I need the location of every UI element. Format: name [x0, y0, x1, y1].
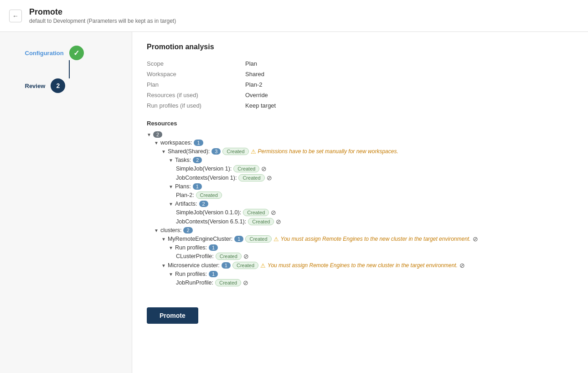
link-icon-myremote[interactable]: ⊘ — [473, 235, 478, 243]
body-layout: Configuration ✓ Review 2 Promotion anal — [0, 32, 588, 373]
link-icon-clusterprofile[interactable]: ⊘ — [243, 253, 249, 260]
label-microservice: Microservice cluster: — [168, 262, 220, 269]
info-grid: Scope Plan Workspace Shared Plan Plan-2 … — [147, 60, 573, 109]
tree-row-jobcontexts2: JobContexts(Version 6.5.1): Created ⊘ — [147, 217, 573, 226]
step-review-label: Review — [25, 83, 46, 89]
label-plans: Plans: — [175, 183, 191, 190]
tree-row-microservice: ▼ Microservice cluster: 1 Created ⚠ You … — [147, 261, 573, 270]
label-simplejob2: SimpleJob(Version 0.1.0): — [176, 209, 241, 216]
info-label-resources: Resources (if used) — [147, 92, 238, 98]
link-icon-simplejob2[interactable]: ⊘ — [271, 209, 276, 216]
info-value-scope: Plan — [245, 60, 573, 67]
label-simplejob1: SimpleJob(Version 1): — [176, 166, 232, 172]
badge-runprofiles1: 1 — [209, 244, 218, 251]
badge-shared: 3 — [211, 148, 221, 155]
warning-text-myremote: You must assign Remote Engines to the ne… — [281, 236, 471, 242]
main-content: Promotion analysis Scope Plan Workspace … — [132, 32, 588, 373]
resource-tree: ▼ 2 ▼ workspaces: 1 ▼ Shared(Shared): 3 — [147, 130, 573, 287]
warning-icon-microservice: ⚠ — [260, 262, 266, 269]
status-jobcontexts2: Created — [248, 218, 274, 225]
badge-root: 2 — [153, 131, 162, 138]
badge-tasks: 2 — [193, 157, 202, 163]
status-simplejob2: Created — [243, 209, 269, 216]
tree-row-jobcontexts1: JobContexts(Version 1): Created ⊘ — [147, 173, 573, 182]
info-label-plan: Plan — [147, 81, 238, 88]
warning-text-microservice: You must assign Remote Engines to the ne… — [268, 262, 458, 269]
link-icon-simplejob1[interactable]: ⊘ — [261, 165, 267, 172]
label-jobrunprofile: JobRunProfile: — [176, 280, 213, 286]
warning-text-shared: Permissions have to be set manually for … — [258, 148, 398, 155]
tree-row-plan2: Plan-2: Created — [147, 191, 573, 200]
step-review-icon: 2 — [51, 78, 65, 93]
back-button[interactable]: ← — [9, 10, 22, 22]
tree-row-artifacts: ▼ Artifacts: 2 — [147, 200, 573, 208]
checkmark-icon: ✓ — [73, 49, 79, 57]
status-shared: Created — [222, 148, 248, 155]
status-microservice: Created — [232, 262, 258, 269]
chevron-clusters[interactable]: ▼ — [154, 228, 159, 233]
tree-row-jobrunprofile: JobRunProfile: Created ⊘ — [147, 278, 573, 287]
back-icon: ← — [12, 12, 19, 20]
resources-section: Resources ▼ 2 ▼ workspaces: 1 — [147, 120, 573, 287]
tree-row-simplejob1: SimpleJob(Version 1): Created ⊘ — [147, 164, 573, 173]
chevron-microservice[interactable]: ▼ — [161, 263, 166, 268]
label-tasks: Tasks: — [175, 157, 191, 163]
tree-row-clusterprofile: CLusterProfile: Created ⊘ — [147, 252, 573, 261]
label-runprofiles2: Run profiles: — [175, 271, 207, 277]
badge-runprofiles2: 1 — [209, 271, 218, 277]
tree-row-tasks: ▼ Tasks: 2 — [147, 156, 573, 164]
warning-icon-shared: ⚠ — [251, 148, 256, 155]
badge-microservice: 1 — [222, 262, 231, 269]
status-jobrunprofile: Created — [215, 279, 241, 286]
label-plan2: Plan-2: — [176, 192, 194, 198]
chevron-runprofiles2[interactable]: ▼ — [169, 272, 173, 277]
link-icon-microservice[interactable]: ⊘ — [459, 262, 465, 269]
label-jobcontexts1: JobContexts(Version 1): — [176, 175, 237, 181]
badge-workspaces: 1 — [194, 140, 203, 146]
tree-row-plans: ▼ Plans: 1 — [147, 182, 573, 191]
chevron-root[interactable]: ▼ — [147, 132, 151, 137]
sidebar: Configuration ✓ Review 2 — [0, 32, 132, 373]
promote-button[interactable]: Promote — [147, 307, 198, 324]
link-icon-jobcontexts2[interactable]: ⊘ — [276, 218, 281, 225]
page-title: Promote — [29, 7, 176, 17]
label-shared: Shared(Shared): — [168, 148, 210, 155]
badge-myremote: 1 — [234, 236, 243, 242]
info-value-workspace: Shared — [245, 71, 573, 78]
step-configuration-label: Configuration — [25, 50, 64, 57]
resources-title: Resources — [147, 120, 573, 127]
chevron-plans[interactable]: ▼ — [169, 184, 173, 189]
label-clusterprofile: CLusterProfile: — [176, 253, 214, 259]
chevron-artifacts[interactable]: ▼ — [169, 202, 173, 207]
chevron-shared[interactable]: ▼ — [161, 149, 166, 154]
badge-artifacts: 2 — [199, 201, 208, 207]
info-label-workspace: Workspace — [147, 71, 238, 78]
info-value-plan: Plan-2 — [245, 81, 573, 88]
step-review[interactable]: Review 2 — [25, 78, 107, 93]
chevron-workspaces[interactable]: ▼ — [154, 140, 159, 145]
link-icon-jobcontexts1[interactable]: ⊘ — [267, 174, 272, 181]
step-configuration[interactable]: Configuration ✓ — [25, 46, 107, 60]
chevron-myremote[interactable]: ▼ — [161, 237, 166, 242]
step-configuration-icon: ✓ — [69, 46, 84, 60]
tree-row-workspaces: ▼ workspaces: 1 — [147, 139, 573, 147]
badge-plans: 1 — [193, 183, 202, 190]
header: ← Promote default to Development (Parame… — [0, 0, 588, 32]
label-runprofiles1: Run profiles: — [175, 244, 207, 251]
status-jobcontexts1: Created — [238, 174, 264, 181]
label-artifacts: Artifacts: — [175, 201, 197, 207]
link-icon-jobrunprofile[interactable]: ⊘ — [243, 279, 248, 286]
chevron-tasks[interactable]: ▼ — [169, 158, 173, 163]
info-label-runprofiles: Run profiles (if used) — [147, 102, 238, 109]
tree-row-root: ▼ 2 — [147, 130, 573, 139]
info-label-scope: Scope — [147, 60, 238, 67]
badge-clusters: 2 — [183, 227, 192, 233]
tree-row-runprofiles2: ▼ Run profiles: 1 — [147, 270, 573, 278]
steps: Configuration ✓ Review 2 — [25, 46, 107, 93]
chevron-runprofiles1[interactable]: ▼ — [169, 245, 173, 250]
status-clusterprofile: Created — [216, 253, 242, 260]
tree-row-simplejob2: SimpleJob(Version 0.1.0): Created ⊘ — [147, 208, 573, 217]
step-connector — [69, 60, 70, 78]
warning-icon-myremote: ⚠ — [273, 236, 279, 243]
header-text: Promote default to Development (Paramete… — [29, 7, 176, 24]
